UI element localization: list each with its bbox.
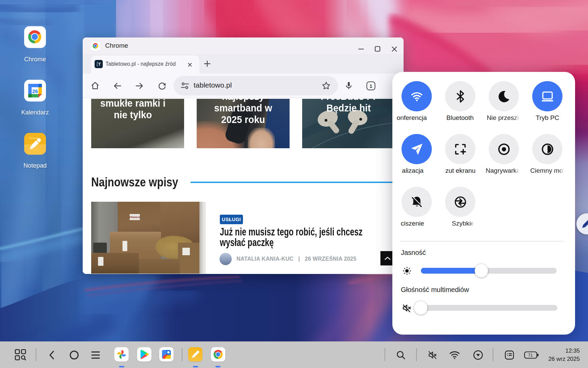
svg-text:T: T: [98, 62, 101, 67]
svg-text:26: 26: [32, 88, 38, 94]
svg-text:71: 71: [528, 353, 533, 358]
